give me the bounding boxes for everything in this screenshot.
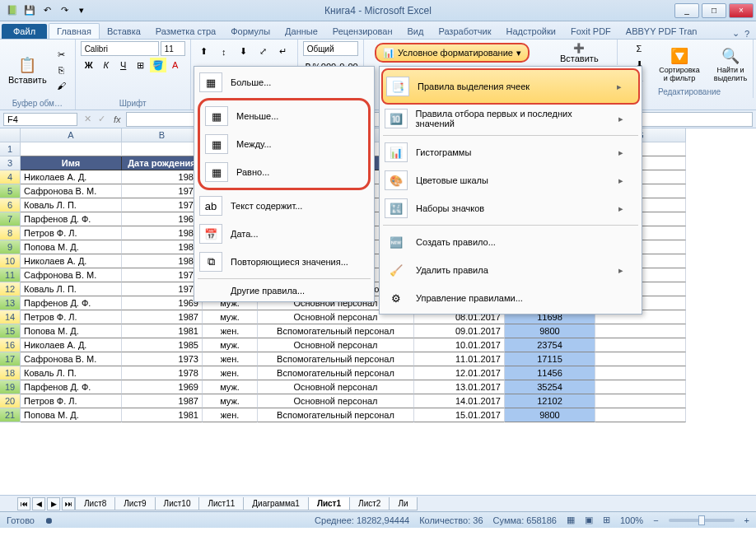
- excel-icon[interactable]: 📗: [5, 3, 20, 18]
- conditional-formatting-button[interactable]: 📊 Условное форматирование ▾: [375, 43, 530, 63]
- cell-year[interactable]: 1981: [122, 324, 203, 338]
- zoom-slider[interactable]: [669, 519, 735, 522]
- row-header[interactable]: 8: [0, 226, 21, 240]
- align-bottom-icon[interactable]: ⬇: [236, 44, 252, 59]
- cell-year[interactable]: 1973: [122, 184, 203, 198]
- tab-foxit[interactable]: Foxit PDF: [563, 24, 618, 39]
- cell-salary[interactable]: 23754: [505, 338, 595, 352]
- macro-record-icon[interactable]: ⏺: [44, 515, 54, 525]
- cell-name[interactable]: Попова М. Д.: [21, 408, 122, 422]
- row-header[interactable]: 5: [0, 184, 21, 198]
- row-header[interactable]: 19: [0, 380, 21, 394]
- cell-category[interactable]: Основной персонал: [258, 338, 414, 352]
- select-all-corner[interactable]: [0, 128, 21, 142]
- cell[interactable]: [595, 366, 686, 380]
- cell-date[interactable]: 12.01.2017: [414, 366, 505, 380]
- cell-name[interactable]: Сафронова В. М.: [21, 352, 122, 366]
- cell-year[interactable]: 1981: [122, 408, 203, 422]
- cell-sex[interactable]: жен.: [203, 408, 258, 422]
- cell-salary[interactable]: 11456: [505, 366, 595, 380]
- row-header[interactable]: 17: [0, 352, 21, 366]
- cell-name[interactable]: Попова М. Д.: [21, 324, 122, 338]
- row-header[interactable]: 11: [0, 268, 21, 282]
- cell[interactable]: [595, 394, 686, 408]
- cell-date[interactable]: 11.01.2017: [414, 352, 505, 366]
- name-box[interactable]: F4: [3, 113, 77, 126]
- copy-icon[interactable]: ⎘: [54, 63, 70, 77]
- menu-clear-rules[interactable]: 🧹 Удалить правила ▸: [381, 256, 640, 284]
- row-header[interactable]: 9: [0, 240, 21, 254]
- sheet-nav-first[interactable]: ⏮: [17, 497, 30, 510]
- italic-icon[interactable]: К: [98, 58, 114, 72]
- autosum-icon[interactable]: Σ: [631, 41, 647, 56]
- cell-sex[interactable]: муж.: [203, 310, 258, 324]
- cell-name[interactable]: Петров Ф. Л.: [21, 310, 122, 324]
- menu-highlight-cells-rules[interactable]: 📑 Правила выделения ячеек ▸: [381, 68, 640, 105]
- tab-review[interactable]: Рецензирован: [325, 24, 400, 39]
- cell-name[interactable]: Петров Ф. Л.: [21, 394, 122, 408]
- cell[interactable]: [122, 142, 203, 156]
- view-normal-icon[interactable]: ▦: [567, 515, 575, 525]
- tab-pagelayout[interactable]: Разметка стра: [148, 24, 223, 39]
- menu-greater-than[interactable]: ▦ Больше...: [196, 68, 372, 96]
- cell-name[interactable]: Парфенов Д. Ф.: [21, 380, 122, 394]
- tab-formulas[interactable]: Формулы: [223, 24, 278, 39]
- tab-abbyy[interactable]: ABBYY PDF Tran: [618, 24, 705, 39]
- cell-name[interactable]: Коваль Л. П.: [21, 282, 122, 296]
- zoom-in-button[interactable]: +: [744, 515, 749, 525]
- undo-icon[interactable]: ↶: [40, 3, 54, 18]
- cell-category[interactable]: Вспомогательный персонал: [258, 366, 414, 380]
- cut-icon[interactable]: ✂: [54, 47, 70, 62]
- sheet-tab[interactable]: Диаграмма1: [243, 497, 309, 510]
- row-header[interactable]: 1: [0, 142, 21, 156]
- menu-between[interactable]: ▦ Между...: [202, 130, 366, 158]
- cell-year[interactable]: 1985: [122, 254, 203, 268]
- font-color-icon[interactable]: A: [167, 58, 184, 72]
- cell-name[interactable]: Николаев А. Д.: [21, 338, 122, 352]
- cell-sex[interactable]: жен.: [203, 324, 258, 338]
- sort-filter-button[interactable]: 🔽 Сортировка и фильтр: [656, 44, 703, 84]
- menu-icon-sets[interactable]: 🔣 Наборы значков ▸: [381, 194, 640, 222]
- cell-date[interactable]: 09.01.2017: [414, 324, 505, 338]
- cell-sex[interactable]: жен.: [203, 366, 258, 380]
- zoom-thumb[interactable]: [698, 515, 705, 525]
- border-icon[interactable]: ⊞: [133, 58, 149, 72]
- cell-salary[interactable]: 12102: [505, 394, 595, 408]
- wrap-text-icon[interactable]: ↵: [275, 44, 292, 59]
- fx-icon[interactable]: fx: [109, 114, 126, 124]
- format-painter-icon[interactable]: 🖌: [54, 78, 70, 93]
- menu-date-occurring[interactable]: 📅 Дата...: [196, 220, 372, 248]
- sheet-nav-next[interactable]: ▶: [47, 497, 60, 510]
- cell-year[interactable]: 1987: [122, 310, 203, 324]
- cell[interactable]: [595, 338, 686, 352]
- menu-top-bottom-rules[interactable]: 🔟 Правила отбора первых и последних знач…: [381, 105, 640, 133]
- view-pagebreak-icon[interactable]: ⊞: [603, 515, 610, 525]
- cell-salary[interactable]: 35254: [505, 380, 595, 394]
- tab-developer[interactable]: Разработчик: [431, 24, 498, 39]
- menu-text-contains[interactable]: ab Текст содержит...: [196, 192, 372, 220]
- cell-year[interactable]: 1985: [122, 338, 203, 352]
- cell-sex[interactable]: муж.: [203, 380, 258, 394]
- cell-sex[interactable]: муж.: [203, 338, 258, 352]
- align-middle-icon[interactable]: ↕: [216, 44, 232, 59]
- cell-name[interactable]: Парфенов Д. Ф.: [21, 296, 122, 310]
- fill-color-icon[interactable]: 🪣: [150, 58, 166, 72]
- row-header[interactable]: 14: [0, 310, 21, 324]
- bold-icon[interactable]: Ж: [81, 58, 97, 72]
- cell-category[interactable]: Вспомогательный персонал: [258, 324, 414, 338]
- cell-name[interactable]: Петров Ф. Л.: [21, 226, 122, 240]
- row-header[interactable]: 7: [0, 212, 21, 226]
- tab-home[interactable]: Главная: [49, 23, 100, 39]
- cell-sex[interactable]: муж.: [203, 394, 258, 408]
- zoom-out-button[interactable]: −: [653, 515, 658, 525]
- cell-year[interactable]: 1985: [122, 170, 203, 184]
- sheet-tab[interactable]: Лист10: [155, 497, 200, 510]
- menu-new-rule[interactable]: 🆕 Создать правило...: [381, 228, 640, 256]
- cell-year[interactable]: 1973: [122, 352, 203, 366]
- tab-data[interactable]: Данные: [278, 24, 325, 39]
- row-header[interactable]: 18: [0, 366, 21, 380]
- row-header[interactable]: 21: [0, 408, 21, 422]
- menu-manage-rules[interactable]: ⚙ Управление правилами...: [381, 284, 640, 312]
- cell-date[interactable]: 14.01.2017: [414, 394, 505, 408]
- cell-year[interactable]: 1981: [122, 240, 203, 254]
